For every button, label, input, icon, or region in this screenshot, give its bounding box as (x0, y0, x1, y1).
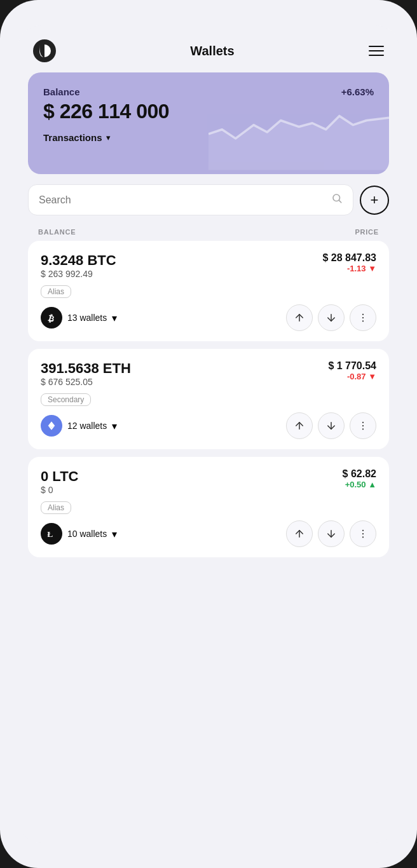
header: Wallets (18, 25, 399, 72)
ltc-wallets-chevron-icon: ▾ (112, 528, 117, 540)
eth-send-button[interactable] (286, 412, 313, 439)
btc-alias: Alias (41, 285, 71, 298)
btc-more-button[interactable] (350, 304, 376, 331)
btc-change: -1.13 ▼ (347, 264, 376, 273)
ltc-actions (286, 520, 376, 547)
ltc-price: $ 62.82 (343, 468, 376, 480)
column-headers: BALANCE PRICE (18, 220, 399, 241)
ltc-wallets-count: 10 wallets (67, 529, 107, 539)
balance-percent: +6.63% (341, 86, 374, 97)
search-input[interactable] (39, 194, 325, 206)
btc-price-col: $ 28 847.83 -1.13 ▼ (322, 252, 376, 273)
svg-point-5 (362, 314, 364, 315)
btc-wallet-info: 13 wallets ▾ (41, 307, 117, 329)
ltc-change: +0.50 ▲ (345, 480, 376, 489)
btc-wallets-count: 13 wallets (67, 313, 107, 323)
svg-point-6 (362, 317, 364, 318)
eth-change: -0.87 ▼ (347, 372, 376, 381)
eth-price: $ 1 770.54 (328, 360, 376, 372)
eth-actions (286, 412, 376, 439)
eth-amount: 391.5638 ETH (41, 360, 131, 377)
svg-point-19 (362, 533, 364, 534)
ltc-price-col: $ 62.82 +0.50 ▲ (343, 468, 376, 489)
search-section: + (28, 184, 389, 215)
app-container: Wallets Balance +6.63% $ 226 114 000 Tra… (18, 25, 399, 843)
search-icon (331, 193, 343, 207)
svg-point-14 (362, 428, 364, 430)
eth-wallets-chevron-icon: ▾ (112, 420, 117, 432)
ltc-logo: Ł (41, 523, 62, 545)
btc-card-bottom: 13 wallets ▾ (41, 304, 376, 331)
eth-price-col: $ 1 770.54 -0.87 ▼ (328, 360, 376, 381)
search-wrapper (28, 184, 353, 215)
btc-receive-button[interactable] (318, 304, 345, 331)
balance-card: Balance +6.63% $ 226 114 000 Transaction… (28, 72, 389, 174)
card-top-ltc: 0 LTC $ 0 $ 62.82 +0.50 ▲ (41, 468, 376, 500)
btc-price: $ 28 847.83 (322, 252, 376, 264)
card-top-btc: 9.3248 BTC $ 263 992.49 $ 28 847.83 -1.1… (41, 252, 376, 284)
transactions-label: Transactions (43, 132, 102, 143)
eth-wallet-info: 12 wallets ▾ (41, 415, 117, 437)
svg-point-18 (362, 530, 364, 531)
ltc-value: $ 0 (41, 485, 78, 495)
eth-more-button[interactable] (350, 412, 376, 439)
svg-point-12 (362, 422, 364, 423)
btc-logo (41, 307, 62, 329)
balance-chart (208, 98, 389, 170)
ltc-alias: Alias (41, 501, 71, 514)
menu-button[interactable] (369, 46, 384, 56)
card-top-eth: 391.5638 ETH $ 676 525.05 $ 1 770.54 -0.… (41, 360, 376, 392)
eth-logo (41, 415, 62, 437)
ltc-receive-button[interactable] (318, 520, 345, 547)
btc-wallets-chevron-icon: ▾ (112, 312, 117, 324)
ltc-more-button[interactable] (350, 520, 376, 547)
ltc-amount: 0 LTC (41, 468, 78, 485)
eth-receive-button[interactable] (318, 412, 345, 439)
crypto-card-btc: 9.3248 BTC $ 263 992.49 $ 28 847.83 -1.1… (28, 241, 389, 341)
crypto-cards-list: 9.3248 BTC $ 263 992.49 $ 28 847.83 -1.1… (18, 241, 399, 557)
page-title: Wallets (190, 44, 234, 58)
ltc-card-bottom: Ł 10 wallets ▾ (41, 520, 376, 547)
svg-text:Ł: Ł (47, 529, 53, 539)
ltc-send-button[interactable] (286, 520, 313, 547)
transactions-chevron-icon: ▾ (106, 133, 111, 142)
btc-send-button[interactable] (286, 304, 313, 331)
svg-point-13 (362, 425, 364, 426)
add-wallet-button[interactable]: + (360, 186, 389, 215)
ltc-wallet-info: Ł 10 wallets ▾ (41, 523, 117, 545)
btc-actions (286, 304, 376, 331)
app-logo-icon (33, 39, 56, 62)
crypto-card-eth: 391.5638 ETH $ 676 525.05 $ 1 770.54 -0.… (28, 349, 389, 449)
btc-value: $ 263 992.49 (41, 269, 116, 279)
eth-alias: Secondary (41, 393, 91, 406)
btc-amount: 9.3248 BTC (41, 252, 116, 269)
svg-line-2 (339, 200, 341, 202)
svg-point-20 (362, 536, 364, 538)
phone-frame: Wallets Balance +6.63% $ 226 114 000 Tra… (0, 0, 417, 868)
eth-value: $ 676 525.05 (41, 377, 131, 387)
balance-label: Balance (43, 86, 374, 97)
balance-col-header: BALANCE (38, 228, 76, 236)
eth-card-bottom: 12 wallets ▾ (41, 412, 376, 439)
eth-wallets-count: 12 wallets (67, 421, 107, 431)
crypto-card-ltc: 0 LTC $ 0 $ 62.82 +0.50 ▲ Alias Ł (28, 457, 389, 557)
svg-point-7 (362, 320, 364, 322)
price-col-header: PRICE (355, 228, 379, 236)
